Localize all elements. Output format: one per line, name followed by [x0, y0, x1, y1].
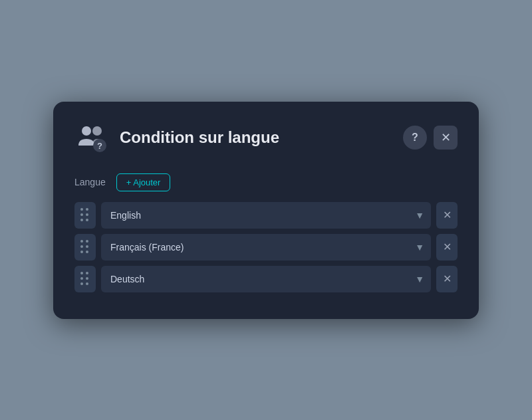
section-header: Langue + Ajouter — [74, 173, 458, 191]
language-row: English Français (France) Deutsch ▼ ✕ — [74, 266, 458, 292]
dialog-icon: ? — [74, 120, 109, 155]
drag-dots-icon — [80, 208, 90, 223]
svg-point-1 — [92, 126, 102, 136]
drag-handle[interactable] — [74, 234, 96, 261]
drag-dots-icon — [80, 240, 90, 255]
language-row: English Français (France) Deutsch ▼ ✕ — [74, 202, 458, 229]
dialog-header: ? Condition sur langue ? ✕ — [74, 120, 458, 155]
condition-dialog: ? Condition sur langue ? ✕ Langue + Ajou… — [53, 102, 479, 319]
language-row: English Français (France) Deutsch ▼ ✕ — [74, 234, 458, 261]
header-actions: ? ✕ — [403, 126, 458, 150]
language-select-2[interactable]: English Français (France) Deutsch — [101, 234, 431, 261]
language-select-wrapper: English Français (France) Deutsch ▼ — [101, 202, 431, 229]
add-language-button[interactable]: + Ajouter — [116, 173, 171, 191]
remove-language-button-3[interactable]: ✕ — [436, 266, 458, 292]
dialog-title: Condition sur langue — [120, 128, 403, 147]
drag-handle[interactable] — [74, 266, 96, 292]
language-select-3[interactable]: English Français (France) Deutsch — [101, 266, 431, 292]
drag-dots-icon — [80, 272, 90, 286]
remove-language-button-2[interactable]: ✕ — [436, 234, 458, 261]
help-button[interactable]: ? — [403, 126, 427, 150]
langue-label: Langue — [74, 177, 106, 187]
language-select-wrapper: English Français (France) Deutsch ▼ — [101, 266, 431, 292]
svg-text:?: ? — [97, 141, 102, 151]
svg-point-0 — [82, 126, 91, 136]
remove-language-button-1[interactable]: ✕ — [436, 202, 458, 229]
close-dialog-button[interactable]: ✕ — [434, 126, 458, 150]
drag-handle[interactable] — [74, 202, 96, 229]
language-select-1[interactable]: English Français (France) Deutsch — [101, 202, 431, 229]
language-list: English Français (France) Deutsch ▼ ✕ En… — [74, 202, 458, 292]
language-select-wrapper: English Français (France) Deutsch ▼ — [101, 234, 431, 261]
